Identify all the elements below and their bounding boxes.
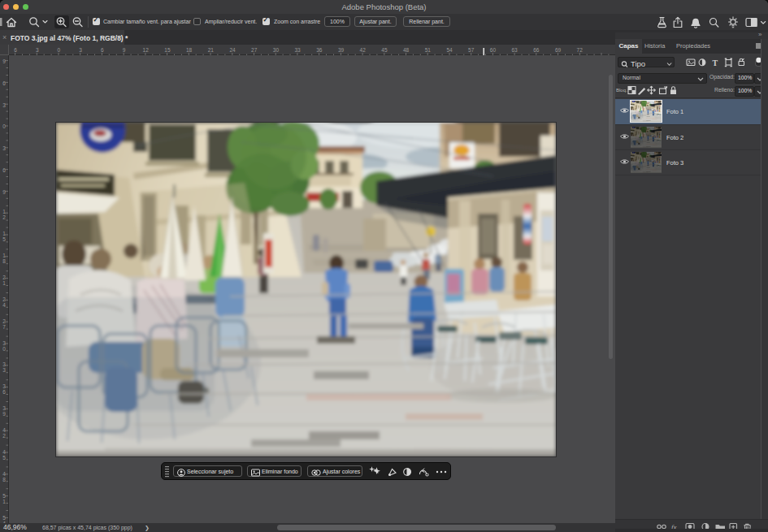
svg-text:9: 9 [2,411,6,417]
svg-text:8: 8 [2,258,6,264]
svg-text:24: 24 [229,47,236,53]
svg-text:Tipo: Tipo [631,59,645,68]
svg-text:7: 7 [2,324,6,330]
svg-text:T: T [713,58,718,67]
svg-text:66: 66 [533,47,540,53]
svg-text:8: 8 [2,477,6,482]
svg-text:18: 18 [186,47,193,53]
svg-text:42: 42 [360,47,367,53]
svg-text:21: 21 [208,47,215,53]
svg-text:27: 27 [251,47,258,53]
svg-text:4: 4 [2,302,6,308]
svg-text:57: 57 [468,47,475,53]
svg-text:2: 2 [2,214,6,220]
svg-text:36: 36 [316,47,323,53]
svg-text:6: 6 [2,80,6,86]
svg-text:4: 4 [2,471,6,477]
svg-text:72: 72 [577,47,584,53]
svg-text:3: 3 [2,102,6,108]
svg-text:0: 0 [2,346,6,352]
svg-text:4: 4 [2,427,6,433]
svg-text:6: 6 [2,389,6,395]
svg-text:4: 4 [2,449,6,455]
svg-text:9: 9 [2,58,6,64]
svg-text:1: 1 [2,231,6,236]
svg-text:60: 60 [490,47,497,53]
svg-text:33: 33 [294,47,301,53]
svg-text:3: 3 [2,405,6,411]
svg-text:6: 6 [14,47,17,53]
svg-text:3: 3 [36,47,39,53]
svg-text:45: 45 [381,47,388,53]
svg-text:5: 5 [2,493,6,499]
svg-text:1: 1 [2,253,6,258]
svg-text:63: 63 [511,47,518,53]
svg-text:9: 9 [2,189,6,195]
svg-text:1: 1 [2,499,6,504]
svg-text:0: 0 [2,123,6,129]
svg-text:1: 1 [2,209,6,214]
svg-text:3: 3 [2,361,6,367]
svg-text:3: 3 [2,340,6,346]
svg-text:2: 2 [2,275,6,280]
svg-text:54: 54 [446,47,453,53]
svg-text:48: 48 [403,47,410,53]
svg-text:9: 9 [123,47,126,53]
svg-text:5: 5 [2,236,6,242]
svg-text:5: 5 [2,515,6,521]
svg-text:2: 2 [2,318,6,324]
svg-text:69: 69 [555,47,562,53]
svg-text:15: 15 [164,47,171,53]
svg-text:12: 12 [143,47,150,53]
svg-text:3: 3 [79,47,82,53]
svg-text:0: 0 [58,47,61,53]
svg-text:39: 39 [338,47,345,53]
svg-text:2: 2 [2,296,6,302]
svg-text:3: 3 [2,383,6,389]
svg-text:3: 3 [2,367,6,373]
svg-text:3: 3 [2,145,6,151]
svg-text:1: 1 [2,280,6,286]
svg-text:30: 30 [273,47,280,53]
svg-text:6: 6 [101,47,104,53]
svg-text:6: 6 [2,167,6,173]
svg-text:5: 5 [2,455,6,461]
svg-text:2: 2 [2,433,6,439]
svg-text:51: 51 [425,47,432,53]
